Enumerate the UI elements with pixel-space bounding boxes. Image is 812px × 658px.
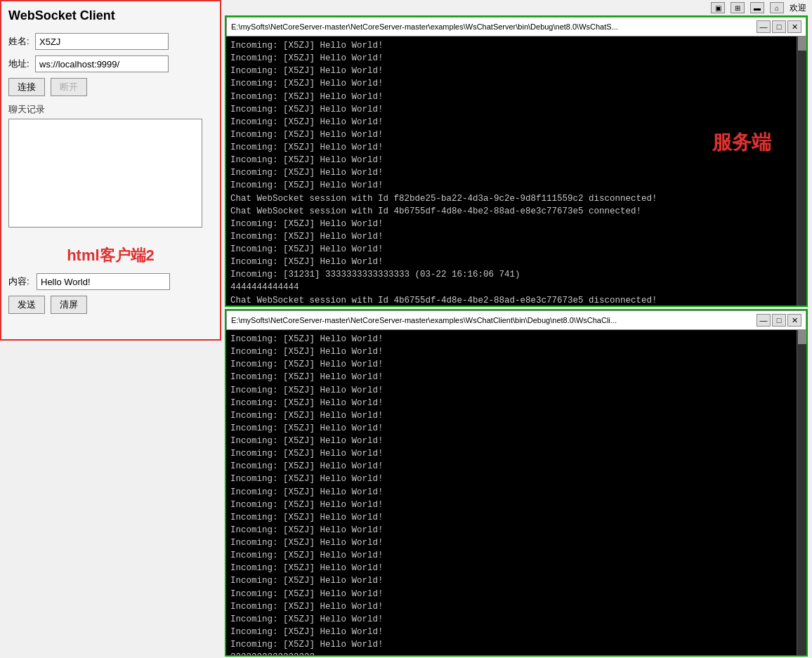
console-line: Incoming: [X5ZJ] Hello World! [230, 511, 802, 524]
client-console-body: Incoming: [X5ZJ] Hello World!Incoming: [… [226, 330, 806, 655]
app-title: WebSocket Client [8, 8, 213, 23]
name-input[interactable] [35, 33, 169, 50]
welcome-text: 欢迎 [790, 2, 806, 14]
server-titlebar: E:\mySofts\NetCoreServer-master\NetCoreS… [226, 17, 806, 37]
console-line: Incoming: [X5ZJ] Hello World! [230, 473, 802, 485]
send-row: 发送 清屏 [8, 296, 213, 314]
console-line: Incoming: [X5ZJ] Hello World! [230, 574, 802, 587]
taskbar-top: ▣ ⊞ ▬ ⌂ 欢迎 [711, 0, 812, 15]
console-line: Incoming: [X5ZJ] Hello World! [230, 77, 802, 90]
console-line: Incoming: [X5ZJ] Hello World! [230, 65, 802, 77]
connect-row: 连接 断开 [8, 78, 213, 96]
content-input[interactable] [37, 273, 170, 290]
left-panel: WebSocket Client 姓名: 地址: 连接 断开 聊天记录 html… [0, 0, 221, 341]
console-line: 4444444444444 [230, 281, 802, 294]
client-maximize-btn[interactable]: □ [772, 314, 786, 327]
console-line: Incoming: [X5ZJ] Hello World! [230, 486, 802, 499]
console-line: Incoming: [X5ZJ] Hello World! [230, 638, 802, 651]
chat-log-section: 聊天记录 [8, 103, 213, 231]
client-scrollbar-thumb[interactable] [798, 330, 806, 344]
content-row: 内容: [8, 273, 213, 290]
console-line: Incoming: [X5ZJ] Hello World! [230, 243, 802, 256]
client-console: E:\mySofts\NetCoreServer-master\NetCoreS… [225, 309, 808, 657]
console-line: Chat WebSocket session with Id 4b6755df-… [230, 205, 802, 218]
console-line: Incoming: [X5ZJ] Hello World! [230, 626, 802, 638]
address-row: 地址: [8, 55, 213, 72]
clear-button[interactable]: 清屏 [51, 296, 87, 314]
taskbar-icon-4[interactable]: ⌂ [770, 2, 784, 13]
name-label: 姓名: [8, 35, 35, 48]
console-line: Incoming: [X5ZJ] Hello World! [230, 358, 802, 371]
connect-button[interactable]: 连接 [8, 78, 45, 96]
console-line: Incoming: [X5ZJ] Hello World! [230, 409, 802, 422]
server-maximize-btn[interactable]: □ [772, 20, 786, 33]
console-line: Incoming: [X5ZJ] Hello World! [230, 447, 802, 460]
console-line: Incoming: [X5ZJ] Hello World! [230, 141, 802, 154]
console-line: Incoming: [X5ZJ] Hello World! [230, 524, 802, 537]
client-scrollbar[interactable] [797, 330, 806, 655]
console-line: Incoming: [X5ZJ] Hello World! [230, 129, 802, 141]
client-path: E:\mySofts\NetCoreServer-master\NetCoreS… [231, 316, 755, 324]
content-label: 内容: [8, 275, 37, 288]
address-label: 地址: [8, 58, 35, 70]
disconnect-button[interactable]: 断开 [51, 78, 87, 96]
console-line: Chat WebSocket session with Id f82bde25-… [230, 192, 802, 205]
console-line: Chat WebSocket session with Id 4b6755df-… [230, 294, 802, 306]
send-button[interactable]: 发送 [8, 296, 45, 314]
server-close-btn[interactable]: ✕ [787, 20, 801, 33]
console-line: Incoming: [X5ZJ] Hello World! [230, 39, 802, 52]
console-line: Incoming: [X5ZJ] Hello World! [230, 103, 802, 116]
console-line: Incoming: [X5ZJ] Hello World! [230, 371, 802, 383]
console-line: Incoming: [X5ZJ] Hello World! [230, 460, 802, 473]
console-line: Incoming: [X5ZJ] Hello World! [230, 218, 802, 230]
console-line: 3333333333333333 [230, 651, 802, 655]
console-line: Incoming: [X5ZJ] Hello World! [230, 397, 802, 409]
console-line: Incoming: [X5ZJ] Hello World! [230, 422, 802, 435]
name-row: 姓名: [8, 33, 213, 50]
server-path: E:\mySofts\NetCoreServer-master\NetCoreS… [231, 22, 755, 31]
chat-log-label: 聊天记录 [8, 103, 213, 116]
client-titlebar: E:\mySofts\NetCoreServer-master\NetCoreS… [226, 310, 806, 330]
taskbar-icon-3[interactable]: ▬ [750, 2, 764, 13]
server-minimize-btn[interactable]: — [757, 20, 771, 33]
console-line: Incoming: [X5ZJ] Hello World! [230, 549, 802, 562]
console-line: Incoming: [X5ZJ] Hello World! [230, 562, 802, 574]
console-line: Incoming: [X5ZJ] Hello World! [230, 384, 802, 397]
client-minimize-btn[interactable]: — [757, 314, 771, 327]
server-console-body: Incoming: [X5ZJ] Hello World!Incoming: [… [226, 37, 806, 305]
chat-log-textarea[interactable] [8, 119, 202, 228]
console-line: Incoming: [X5ZJ] Hello World! [230, 52, 802, 65]
console-line: Incoming: [X5ZJ] Hello World! [230, 537, 802, 549]
console-line: Incoming: [X5ZJ] Hello World! [230, 499, 802, 511]
console-line: Incoming: [X5ZJ] Hello World! [230, 154, 802, 166]
console-line: Incoming: [31231] 3333333333333333 (03-2… [230, 268, 802, 281]
taskbar-icon-2[interactable]: ⊞ [731, 2, 745, 13]
console-line: Incoming: [X5ZJ] Hello World! [230, 600, 802, 613]
console-line: Incoming: [X5ZJ] Hello World! [230, 116, 802, 129]
taskbar-icon-1[interactable]: ▣ [711, 2, 725, 13]
console-line: Incoming: [X5ZJ] Hello World! [230, 333, 802, 346]
console-line: Incoming: [X5ZJ] Hello World! [230, 166, 802, 179]
console-line: Incoming: [X5ZJ] Hello World! [230, 230, 802, 243]
console-line: Incoming: [X5ZJ] Hello World! [230, 179, 802, 192]
console-line: Incoming: [X5ZJ] Hello World! [230, 613, 802, 626]
address-input[interactable] [35, 55, 169, 72]
console-line: Incoming: [X5ZJ] Hello World! [230, 588, 802, 600]
server-console: E:\mySofts\NetCoreServer-master\NetCoreS… [225, 15, 808, 307]
console-line: Incoming: [X5ZJ] Hello World! [230, 91, 802, 103]
console-line: Incoming: [X5ZJ] Hello World! [230, 435, 802, 447]
server-scrollbar-thumb[interactable] [798, 37, 806, 51]
html-client-label: html客户端2 [8, 245, 213, 266]
console-line: Incoming: [X5ZJ] Hello World! [230, 256, 802, 268]
client-close-btn[interactable]: ✕ [787, 314, 801, 327]
console-line: Incoming: [X5ZJ] Hello World! [230, 346, 802, 358]
server-scrollbar[interactable] [797, 37, 806, 305]
